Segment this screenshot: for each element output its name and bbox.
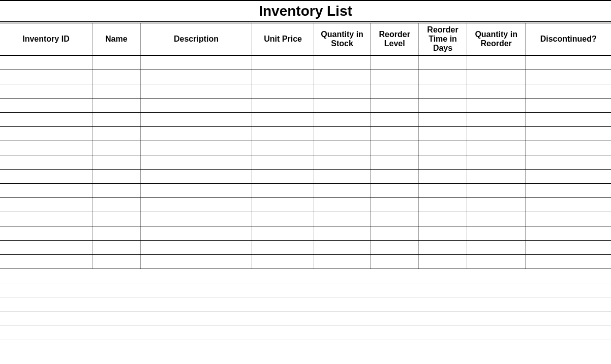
- table-cell[interactable]: [314, 126, 370, 141]
- table-cell[interactable]: [526, 126, 611, 141]
- table-cell[interactable]: [92, 240, 140, 254]
- table-cell[interactable]: [314, 141, 370, 155]
- table-cell[interactable]: [314, 311, 370, 325]
- table-cell[interactable]: [467, 254, 525, 269]
- table-cell[interactable]: [252, 169, 314, 183]
- table-cell[interactable]: [92, 155, 140, 169]
- table-cell[interactable]: [252, 240, 314, 254]
- table-cell[interactable]: [252, 84, 314, 98]
- table-cell[interactable]: [92, 98, 140, 112]
- table-cell[interactable]: [526, 283, 611, 297]
- table-cell[interactable]: [92, 226, 140, 240]
- table-cell[interactable]: [140, 240, 252, 254]
- table-cell[interactable]: [252, 226, 314, 240]
- table-cell[interactable]: [314, 112, 370, 126]
- table-cell[interactable]: [467, 70, 525, 84]
- table-cell[interactable]: [419, 55, 467, 70]
- table-cell[interactable]: [467, 98, 525, 112]
- table-cell[interactable]: [526, 226, 611, 240]
- table-cell[interactable]: [371, 183, 419, 197]
- table-cell[interactable]: [467, 183, 525, 197]
- table-cell[interactable]: [314, 269, 370, 283]
- table-cell[interactable]: [371, 112, 419, 126]
- table-cell[interactable]: [419, 84, 467, 98]
- table-cell[interactable]: [467, 141, 525, 155]
- table-cell[interactable]: [526, 311, 611, 325]
- table-cell[interactable]: [467, 155, 525, 169]
- table-cell[interactable]: [371, 197, 419, 212]
- table-cell[interactable]: [0, 70, 92, 84]
- table-cell[interactable]: [0, 84, 92, 98]
- table-cell[interactable]: [314, 240, 370, 254]
- table-cell[interactable]: [0, 183, 92, 197]
- table-cell[interactable]: [419, 311, 467, 325]
- table-cell[interactable]: [467, 126, 525, 141]
- table-cell[interactable]: [419, 212, 467, 226]
- table-cell[interactable]: [467, 240, 525, 254]
- table-cell[interactable]: [419, 325, 467, 340]
- table-cell[interactable]: [526, 269, 611, 283]
- table-cell[interactable]: [0, 311, 92, 325]
- table-cell[interactable]: [371, 311, 419, 325]
- table-cell[interactable]: [140, 283, 252, 297]
- table-cell[interactable]: [0, 126, 92, 141]
- table-cell[interactable]: [252, 112, 314, 126]
- table-cell[interactable]: [314, 297, 370, 311]
- table-cell[interactable]: [0, 240, 92, 254]
- table-cell[interactable]: [0, 226, 92, 240]
- table-cell[interactable]: [140, 169, 252, 183]
- table-cell[interactable]: [314, 212, 370, 226]
- table-cell[interactable]: [371, 126, 419, 141]
- table-cell[interactable]: [140, 126, 252, 141]
- table-cell[interactable]: [252, 254, 314, 269]
- table-cell[interactable]: [252, 325, 314, 340]
- table-cell[interactable]: [419, 155, 467, 169]
- table-cell[interactable]: [314, 197, 370, 212]
- table-cell[interactable]: [140, 212, 252, 226]
- table-cell[interactable]: [92, 183, 140, 197]
- table-cell[interactable]: [140, 226, 252, 240]
- table-cell[interactable]: [0, 283, 92, 297]
- table-cell[interactable]: [92, 112, 140, 126]
- table-cell[interactable]: [314, 325, 370, 340]
- table-cell[interactable]: [419, 283, 467, 297]
- table-cell[interactable]: [467, 297, 525, 311]
- table-cell[interactable]: [371, 141, 419, 155]
- table-cell[interactable]: [467, 84, 525, 98]
- table-cell[interactable]: [0, 169, 92, 183]
- table-cell[interactable]: [92, 126, 140, 141]
- table-cell[interactable]: [526, 197, 611, 212]
- table-cell[interactable]: [314, 70, 370, 84]
- table-cell[interactable]: [371, 212, 419, 226]
- table-cell[interactable]: [526, 254, 611, 269]
- table-cell[interactable]: [314, 226, 370, 240]
- table-cell[interactable]: [92, 84, 140, 98]
- table-cell[interactable]: [419, 226, 467, 240]
- table-cell[interactable]: [371, 226, 419, 240]
- table-cell[interactable]: [526, 141, 611, 155]
- table-cell[interactable]: [314, 183, 370, 197]
- table-cell[interactable]: [140, 84, 252, 98]
- table-cell[interactable]: [419, 183, 467, 197]
- table-cell[interactable]: [526, 212, 611, 226]
- table-cell[interactable]: [92, 169, 140, 183]
- table-cell[interactable]: [140, 183, 252, 197]
- table-cell[interactable]: [92, 297, 140, 311]
- table-cell[interactable]: [0, 141, 92, 155]
- table-cell[interactable]: [371, 84, 419, 98]
- table-cell[interactable]: [419, 112, 467, 126]
- table-cell[interactable]: [92, 325, 140, 340]
- table-cell[interactable]: [526, 70, 611, 84]
- table-cell[interactable]: [92, 141, 140, 155]
- table-cell[interactable]: [252, 183, 314, 197]
- table-cell[interactable]: [314, 98, 370, 112]
- table-cell[interactable]: [252, 283, 314, 297]
- table-cell[interactable]: [371, 325, 419, 340]
- table-cell[interactable]: [526, 98, 611, 112]
- table-cell[interactable]: [419, 240, 467, 254]
- table-cell[interactable]: [92, 269, 140, 283]
- table-cell[interactable]: [252, 55, 314, 70]
- table-cell[interactable]: [92, 197, 140, 212]
- table-cell[interactable]: [526, 84, 611, 98]
- table-cell[interactable]: [371, 283, 419, 297]
